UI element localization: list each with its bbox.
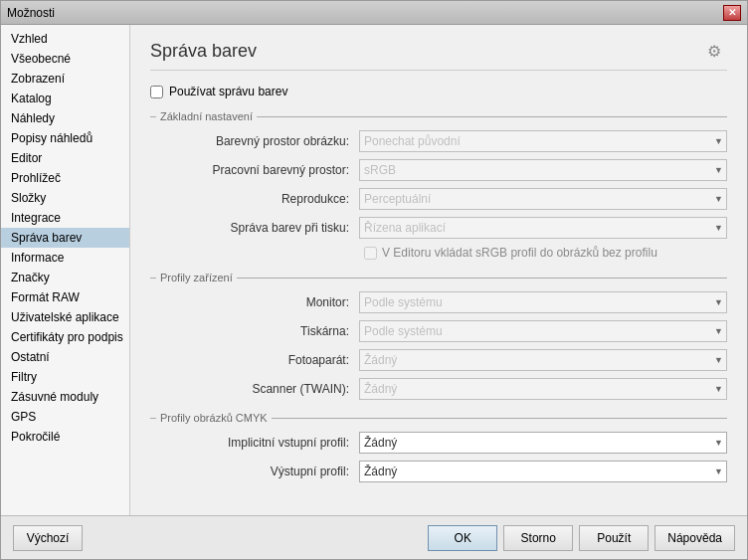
- sidebar-item-složky[interactable]: Složky: [1, 188, 129, 208]
- srgb-embed-row: V Editoru vkládat sRGB profil do obrázků…: [364, 246, 727, 260]
- scanner-select-wrapper: Žádný: [359, 378, 727, 400]
- sidebar-item-uživatelské-aplikace[interactable]: Uživatelské aplikace: [1, 307, 129, 327]
- device-profiles-section: Profily zařízení Monitor: Podle systému …: [150, 272, 727, 400]
- monitor-select[interactable]: Podle systému: [359, 291, 727, 313]
- printer-select[interactable]: Podle systému: [359, 320, 727, 342]
- input-profile-row: Implicitní vstupní profil: Žádný: [150, 432, 727, 454]
- reproduction-select[interactable]: Perceptuální: [359, 188, 727, 210]
- basic-settings-label: Základní nastavení: [150, 110, 727, 122]
- camera-select[interactable]: Žádný: [359, 349, 727, 371]
- sidebar-item-značky[interactable]: Značky: [1, 268, 129, 287]
- sidebar-item-integrace[interactable]: Integrace: [1, 208, 129, 228]
- working-color-space-select-wrapper: sRGB: [359, 159, 727, 181]
- sidebar: VzhledVšeobecnéZobrazeníKatalogNáhledyPo…: [1, 25, 130, 515]
- panel-title: Správa barev: [150, 41, 257, 62]
- sidebar-item-všeobecné[interactable]: Všeobecné: [1, 49, 129, 69]
- main-panel: Správa barev ⚙ Používat správu barev Zák…: [130, 25, 747, 515]
- print-color-mgmt-select-wrapper: Řízena aplikací: [359, 217, 727, 239]
- reproduction-label: Reprodukce:: [150, 192, 359, 206]
- monitor-label: Monitor:: [150, 295, 359, 309]
- sidebar-item-pokročilé[interactable]: Pokročilé: [1, 427, 129, 447]
- window-title: Možnosti: [7, 6, 55, 20]
- sidebar-item-prohlížeč[interactable]: Prohlížeč: [1, 168, 129, 188]
- action-buttons: OK Storno Použít Nápověda: [428, 525, 735, 551]
- camera-label: Fotoaparát:: [150, 353, 359, 367]
- printer-label: Tiskárna:: [150, 324, 359, 338]
- cancel-button[interactable]: Storno: [503, 525, 573, 551]
- sidebar-item-ostatní[interactable]: Ostatní: [1, 347, 129, 367]
- cmyk-profiles-label: Profily obrázků CMYK: [150, 412, 727, 424]
- use-color-management-label: Používat správu barev: [169, 85, 287, 98]
- reproduction-row: Reprodukce: Perceptuální: [150, 188, 727, 210]
- print-color-mgmt-select[interactable]: Řízena aplikací: [359, 217, 727, 239]
- printer-select-wrapper: Podle systému: [359, 320, 727, 342]
- sidebar-item-filtry[interactable]: Filtry: [1, 367, 129, 387]
- input-profile-select-wrapper: Žádný: [359, 432, 727, 454]
- sidebar-item-vzhled[interactable]: Vzhled: [1, 29, 129, 49]
- print-color-mgmt-row: Správa barev při tisku: Řízena aplikací: [150, 217, 727, 239]
- sidebar-item-správa-barev[interactable]: Správa barev: [1, 228, 129, 248]
- color-space-row: Barevný prostor obrázku: Ponechat původn…: [150, 130, 727, 152]
- content-area: VzhledVšeobecnéZobrazeníKatalogNáhledyPo…: [1, 25, 747, 515]
- sidebar-item-gps[interactable]: GPS: [1, 407, 129, 427]
- input-profile-label: Implicitní vstupní profil:: [150, 436, 359, 450]
- panel-header: Správa barev ⚙: [150, 41, 727, 71]
- main-window: Možnosti ✕ VzhledVšeobecnéZobrazeníKatal…: [0, 0, 748, 560]
- srgb-embed-label: V Editoru vkládat sRGB profil do obrázků…: [382, 246, 657, 260]
- working-color-space-select[interactable]: sRGB: [359, 159, 727, 181]
- sidebar-item-popisy-náhledů[interactable]: Popisy náhledů: [1, 128, 129, 148]
- sidebar-item-certifikáty-pro-podpis[interactable]: Certifikáty pro podpis: [1, 327, 129, 347]
- color-space-select[interactable]: Ponechat původní: [359, 130, 727, 152]
- color-space-select-wrapper: Ponechat původní: [359, 130, 727, 152]
- apply-button[interactable]: Použít: [579, 525, 649, 551]
- monitor-row: Monitor: Podle systému: [150, 291, 727, 313]
- color-space-label: Barevný prostor obrázku:: [150, 134, 359, 148]
- scanner-select[interactable]: Žádný: [359, 378, 727, 400]
- monitor-select-wrapper: Podle systému: [359, 291, 727, 313]
- working-color-space-row: Pracovní barevný prostor: sRGB: [150, 159, 727, 181]
- scanner-label: Scanner (TWAIN):: [150, 382, 359, 396]
- print-color-mgmt-label: Správa barev při tisku:: [150, 221, 359, 235]
- use-color-management-checkbox[interactable]: [150, 86, 163, 98]
- use-color-management-row: Používat správu barev: [150, 85, 727, 98]
- cmyk-profiles-section: Profily obrázků CMYK Implicitní vstupní …: [150, 412, 727, 482]
- ok-button[interactable]: OK: [428, 525, 497, 551]
- bottom-bar: Výchozí OK Storno Použít Nápověda: [1, 515, 747, 559]
- gear-icon[interactable]: ⚙: [707, 42, 727, 62]
- basic-settings-section: Základní nastavení Barevný prostor obráz…: [150, 110, 727, 260]
- device-profiles-label: Profily zařízení: [150, 272, 727, 283]
- output-profile-select-wrapper: Žádný: [359, 461, 727, 482]
- srgb-embed-checkbox[interactable]: [364, 247, 377, 260]
- sidebar-item-informace[interactable]: Informace: [1, 248, 129, 268]
- close-button[interactable]: ✕: [723, 5, 741, 21]
- printer-row: Tiskárna: Podle systému: [150, 320, 727, 342]
- output-profile-select[interactable]: Žádný: [359, 461, 727, 482]
- sidebar-item-formát-raw[interactable]: Formát RAW: [1, 287, 129, 307]
- input-profile-select[interactable]: Žádný: [359, 432, 727, 454]
- output-profile-label: Výstupní profil:: [150, 465, 359, 478]
- camera-row: Fotoaparát: Žádný: [150, 349, 727, 371]
- sidebar-item-editor[interactable]: Editor: [1, 148, 129, 168]
- output-profile-row: Výstupní profil: Žádný: [150, 461, 727, 482]
- title-bar: Možnosti ✕: [1, 1, 747, 25]
- reproduction-select-wrapper: Perceptuální: [359, 188, 727, 210]
- sidebar-item-zásuvné-moduly[interactable]: Zásuvné moduly: [1, 387, 129, 407]
- help-button[interactable]: Nápověda: [654, 525, 735, 551]
- sidebar-item-katalog[interactable]: Katalog: [1, 89, 129, 108]
- scanner-row: Scanner (TWAIN): Žádný: [150, 378, 727, 400]
- sidebar-item-náhledy[interactable]: Náhledy: [1, 108, 129, 128]
- working-color-space-label: Pracovní barevný prostor:: [150, 163, 359, 177]
- default-button[interactable]: Výchozí: [13, 525, 83, 551]
- camera-select-wrapper: Žádný: [359, 349, 727, 371]
- sidebar-item-zobrazení[interactable]: Zobrazení: [1, 69, 129, 89]
